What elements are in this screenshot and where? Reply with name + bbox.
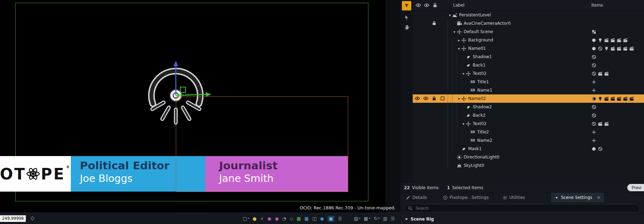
tree-row[interactable]: SkyLight0 [413,161,644,170]
clapper-indicator[interactable] [604,71,609,76]
tree-row[interactable]: ▾Text02 [413,119,644,128]
tree-row[interactable]: ▾Default Scene [413,28,644,36]
clapper-indicator[interactable] [616,46,622,51]
clapper-indicator[interactable] [616,38,622,43]
tree-row[interactable]: ▸Background [413,36,644,44]
slash-indicator[interactable] [591,121,597,126]
cross-indicator[interactable] [591,130,597,135]
cross-indicator[interactable] [591,79,597,85]
tree-row[interactable]: 3DTitle1 [413,78,644,86]
expander-down-icon[interactable]: ▾ [457,97,461,101]
marker-pink-2-button[interactable]: ◉ [275,216,279,221]
hand-tool-icon[interactable] [404,24,410,30]
cross-indicator[interactable] [591,138,597,143]
search-input[interactable] [405,204,640,213]
lock-toggle[interactable] [432,96,437,101]
transform-cycle-button[interactable]: ↻▾ [374,216,380,221]
tree-row[interactable]: 3DName1 [413,86,644,94]
sphere-indicator[interactable] [591,146,597,152]
close-icon[interactable] [597,195,601,200]
box-toggle[interactable] [440,96,445,101]
tab-pixotope-settings[interactable]: Pixotope...Settings [440,193,492,202]
preview-button[interactable]: Previ [627,184,644,191]
slash-indicator[interactable] [591,105,597,110]
clapper-indicator[interactable] [604,38,609,43]
tab-utilities[interactable]: Utilities [500,193,528,202]
value-readout[interactable]: 249.99998 [0,215,26,222]
tree-row[interactable]: ▾Text02 [413,69,644,78]
list-options-button[interactable]: ☰ [338,216,342,221]
tree-row[interactable]: AvaCineCameraActor0 [413,19,644,28]
clapper-indicator[interactable] [610,38,615,43]
select-tool-icon[interactable] [404,15,410,20]
clapper-indicator[interactable] [629,96,634,101]
tree-row[interactable]: ▾Name01 [413,44,644,53]
mirror-view-button[interactable]: ◫ [312,216,316,221]
bulb-indicator[interactable] [598,38,603,43]
outline-list-button[interactable]: ☰ [391,216,395,221]
sphere-indicator[interactable] [591,96,597,101]
slash-indicator[interactable] [598,46,603,51]
layer-options-button[interactable]: ▤▾ [354,216,360,221]
bulb-indicator[interactable] [604,46,609,51]
lock-icon[interactable] [432,2,438,8]
marker-pink-1-button[interactable]: ◉ [267,216,271,221]
expander-down-icon[interactable]: ▾ [448,13,452,17]
tree-row[interactable]: DirectionalLight0 [413,153,644,161]
cross-indicator[interactable] [591,88,597,93]
tree-row[interactable]: 3DName2 [413,136,644,145]
expander-down-icon[interactable]: ▾ [457,47,461,51]
clapper-indicator[interactable] [598,121,603,126]
slash-indicator[interactable] [591,54,597,60]
tree-row[interactable]: Shadow2 [413,103,644,111]
clapper-indicator[interactable] [623,38,628,43]
clapper-indicator[interactable] [623,96,628,101]
filter-button[interactable] [402,1,411,10]
clapper-indicator[interactable] [604,96,609,101]
tree-row[interactable]: Mask1 [413,145,644,153]
expander-down-icon[interactable]: ▾ [452,30,457,34]
tree-row[interactable]: Shadow1 [413,53,644,61]
label-column-header[interactable]: Label [453,3,464,8]
eye-editor-icon[interactable] [415,2,421,8]
tree-row[interactable]: Back2 [413,111,644,119]
scene-rig-section[interactable]: Scene Rig [400,214,644,224]
clapper-indicator[interactable] [616,96,622,101]
sphere-indicator[interactable] [591,38,597,43]
eye-toggle[interactable] [415,96,420,101]
clapper-indicator[interactable] [629,46,634,51]
sphere-indicator[interactable] [591,46,597,51]
clapper-indicator[interactable] [610,96,615,101]
bulb-indicator[interactable] [598,96,603,101]
tree-row[interactable]: Back1 [413,61,644,69]
active-panel-button[interactable]: ▣ [328,216,335,222]
snap-toggle-button[interactable]: + [260,216,264,221]
transform-gizmo[interactable] [133,52,219,139]
viewport-mode-button[interactable]: ▢▾ [243,216,249,221]
clapper-indicator[interactable] [623,46,628,51]
slash-indicator[interactable] [591,63,597,68]
eye-runtime-icon[interactable] [424,2,429,8]
grid-options-button[interactable]: ▦▾ [364,216,370,221]
clapper-indicator[interactable] [604,121,609,126]
clapper-indicator[interactable] [598,71,603,76]
grid-overlay-button[interactable]: ▦ [305,216,309,221]
slash-indicator[interactable] [591,113,597,118]
tree-row[interactable]: 3DTitle2 [413,128,644,136]
slash-indicator[interactable] [598,146,603,152]
keyframe-diamond-icon[interactable] [30,216,35,221]
tab-details[interactable]: Details [403,193,430,202]
eye-toggle[interactable] [423,96,429,101]
plane-handle[interactable] [180,87,186,92]
rgb-channels-button[interactable]: ▦ [297,216,301,221]
camera-eye-button[interactable]: ◉ [320,216,324,221]
tree-row[interactable]: ▾PersistentLevel [413,11,644,19]
items-column-header[interactable]: Items [591,3,603,8]
link-toggle-button[interactable]: ◇ [290,216,293,221]
tree-row[interactable]: ▾Name02 [413,94,644,103]
checker-indicator[interactable] [591,29,597,34]
marker-yellow-button[interactable]: ● [253,216,256,221]
tab-scene-settings[interactable]: Scene Settings [551,193,604,202]
expander-down-icon[interactable]: ▾ [461,122,466,126]
viewport-canvas[interactable]: OTPE® Political Editor Joe Bloggs Journa… [0,0,400,224]
